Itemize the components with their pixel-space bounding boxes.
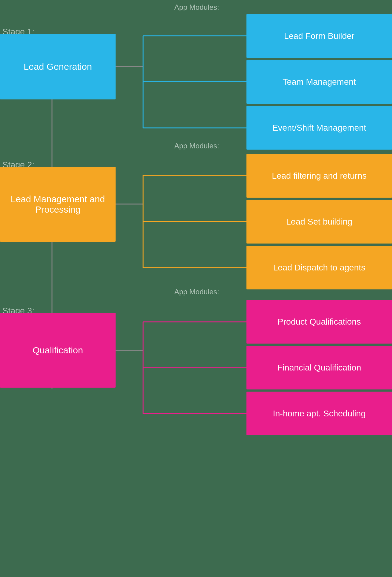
module-event-shift-management: Event/Shift Management (246, 106, 392, 150)
module-lead-form-builder-label: Lead Form Builder (284, 31, 354, 41)
module-lead-set-building-label: Lead Set building (286, 217, 352, 227)
module-in-home-apt: In-home apt. Scheduling (246, 392, 392, 435)
stage1-box: Lead Generation (0, 34, 116, 99)
module-lead-filtering: Lead filtering and returns (246, 154, 392, 198)
stage1-modules-label: App Modules: (174, 3, 219, 12)
stage2-box: Lead Management and Processing (0, 167, 116, 242)
module-product-qualifications: Product Qualifications (246, 300, 392, 344)
module-lead-set-building: Lead Set building (246, 200, 392, 244)
module-product-qualifications-label: Product Qualifications (278, 317, 361, 327)
module-lead-dispatch-label: Lead Dispatch to agents (273, 263, 365, 273)
module-financial-qualification: Financial Qualification (246, 346, 392, 389)
module-financial-qualification-label: Financial Qualification (277, 363, 361, 373)
stage2-modules-label: App Modules: (174, 142, 219, 150)
module-team-management: Team Management (246, 60, 392, 104)
module-lead-filtering-label: Lead filtering and returns (272, 171, 367, 181)
diagram-container: Stage 1: Lead Generation App Modules: Le… (0, 0, 392, 577)
module-in-home-apt-label: In-home apt. Scheduling (273, 409, 366, 419)
stage3-box: Qualification (0, 313, 116, 388)
stage3-modules-label: App Modules: (174, 288, 219, 296)
module-team-management-label: Team Management (283, 77, 356, 87)
stage3-title: Qualification (32, 345, 83, 356)
stage2-title: Lead Management and Processing (6, 194, 109, 215)
stage1-title: Lead Generation (24, 61, 92, 72)
module-event-shift-management-label: Event/Shift Management (272, 123, 366, 133)
module-lead-form-builder: Lead Form Builder (246, 14, 392, 58)
module-lead-dispatch: Lead Dispatch to agents (246, 246, 392, 289)
